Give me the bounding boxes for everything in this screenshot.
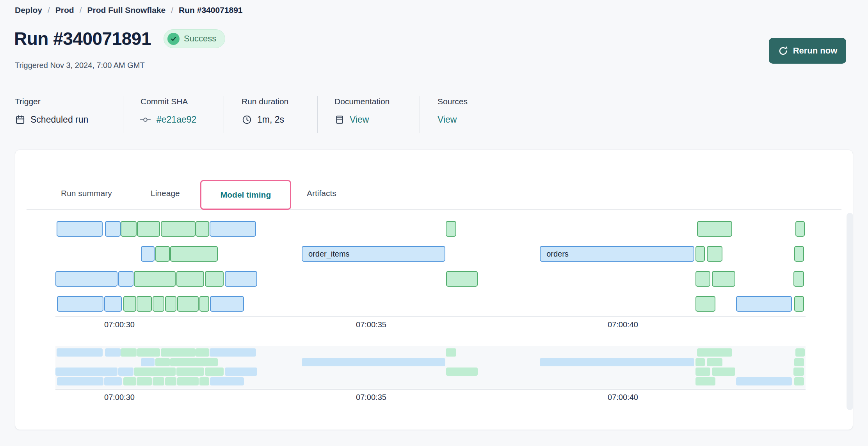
- gantt-bar[interactable]: [165, 296, 176, 312]
- gantt-bar[interactable]: [177, 296, 198, 312]
- gantt-bar[interactable]: [153, 296, 164, 312]
- minimap-bar: [57, 377, 103, 385]
- breadcrumb-separator: /: [171, 5, 173, 15]
- gantt-bar[interactable]: [118, 271, 133, 287]
- status-badge: Success: [164, 29, 225, 48]
- breadcrumb-job[interactable]: Prod Full Snowflake: [87, 5, 166, 15]
- minimap-bar: [794, 358, 804, 366]
- minimap-bar: [118, 368, 133, 376]
- gantt-bar[interactable]: [794, 296, 804, 312]
- tab-artifacts[interactable]: Artifacts: [307, 189, 336, 198]
- gantt-bar[interactable]: [196, 221, 209, 237]
- gantt-bar[interactable]: [446, 221, 456, 237]
- minimap-bar: [141, 358, 155, 366]
- minimap-bar: [794, 377, 804, 385]
- time-axis-label: 07:00:40: [608, 320, 638, 329]
- minimap-bar: [736, 377, 792, 385]
- refresh-icon: [778, 46, 788, 56]
- minimap-bar: [210, 377, 244, 385]
- breadcrumb-deploy[interactable]: Deploy: [15, 5, 42, 15]
- minimap-bar: [707, 358, 722, 366]
- time-axis-label: 07:00:30: [104, 320, 135, 329]
- meta-value-trigger: Scheduled run: [15, 114, 88, 125]
- tabs-divider: [27, 209, 841, 210]
- documentation-view-link[interactable]: View: [350, 114, 369, 125]
- gantt-bar[interactable]: [695, 271, 711, 287]
- tab-run-summary[interactable]: Run summary: [61, 189, 112, 198]
- tab-lineage[interactable]: Lineage: [151, 189, 180, 198]
- page-header: Run #340071891 Success: [14, 28, 225, 49]
- minimap-bar: [121, 348, 137, 357]
- gantt-bar[interactable]: [134, 271, 176, 287]
- tab-model-timing[interactable]: Model timing: [200, 180, 291, 210]
- vertical-scrollbar[interactable]: [847, 213, 853, 410]
- time-axis-label: 07:00:40: [608, 393, 638, 402]
- minimap-bar: [165, 377, 176, 385]
- gantt-bar[interactable]: [199, 296, 209, 312]
- gantt-bar[interactable]: [707, 246, 722, 262]
- minimap-bar: [104, 377, 122, 385]
- minimap-bar: [712, 368, 735, 376]
- minimap-bar: [176, 368, 204, 376]
- gantt-bar[interactable]: [155, 246, 170, 262]
- gantt-bar-order_items[interactable]: order_items: [302, 246, 445, 262]
- page-title: Run #340071891: [14, 28, 151, 49]
- gantt-bar[interactable]: [210, 296, 244, 312]
- gantt-bar[interactable]: [712, 271, 735, 287]
- gantt-bar[interactable]: [695, 246, 705, 262]
- triggered-timestamp: Triggered Nov 3, 2024, 7:00 AM GMT: [15, 61, 145, 70]
- divider: [317, 96, 318, 133]
- minimap-bar: [177, 377, 198, 385]
- sources-view-link[interactable]: View: [438, 114, 457, 125]
- minimap-bar: [210, 348, 256, 357]
- gantt-bar[interactable]: [446, 271, 478, 287]
- minimap-bar: [155, 358, 170, 366]
- gantt-bar[interactable]: [141, 246, 155, 262]
- minimap-bar: [695, 358, 705, 366]
- gantt-bar[interactable]: [205, 271, 224, 287]
- gantt-bar[interactable]: [697, 221, 732, 237]
- success-check-icon: [167, 33, 180, 45]
- minimap-bar: [695, 377, 716, 385]
- minimap-bar: [205, 368, 224, 376]
- gantt-bar[interactable]: [121, 221, 137, 237]
- clock-icon: [242, 114, 252, 125]
- gantt-bar[interactable]: [57, 296, 103, 312]
- breadcrumb: Deploy / Prod / Prod Full Snowflake / Ru…: [15, 5, 243, 15]
- breadcrumb-separator: /: [48, 5, 50, 15]
- gantt-bar[interactable]: [176, 271, 204, 287]
- gantt-bar[interactable]: [161, 221, 196, 237]
- gantt-bar[interactable]: [793, 271, 804, 287]
- divider: [420, 96, 420, 133]
- gantt-bar-orders[interactable]: orders: [540, 246, 694, 262]
- gantt-bar[interactable]: [170, 246, 217, 262]
- gantt-bar[interactable]: [695, 296, 716, 312]
- rerun-now-button[interactable]: Rerun now: [769, 38, 846, 64]
- gantt-bar[interactable]: [225, 271, 258, 287]
- calendar-icon: [15, 114, 25, 125]
- gantt-bar[interactable]: [137, 296, 152, 312]
- gantt-bar[interactable]: [210, 221, 256, 237]
- gantt-bar[interactable]: [736, 296, 792, 312]
- time-axis-label: 07:00:35: [356, 393, 386, 402]
- breadcrumb-prod[interactable]: Prod: [55, 5, 74, 15]
- minimap-bar: [55, 368, 117, 376]
- gantt-bar[interactable]: [57, 221, 103, 237]
- gantt-bar[interactable]: [105, 221, 121, 237]
- meta-label-documentation: Documentation: [334, 97, 390, 106]
- gantt-bar[interactable]: [104, 296, 122, 312]
- minimap-bar: [57, 348, 103, 357]
- divider: [224, 96, 224, 133]
- gantt-bar[interactable]: [795, 221, 804, 237]
- commit-sha-link[interactable]: #e21ae92: [157, 114, 196, 125]
- gantt-bar-label: orders: [541, 250, 569, 259]
- meta-label-commit-sha: Commit SHA: [141, 97, 188, 106]
- meta-label-run-duration: Run duration: [242, 97, 288, 106]
- document-icon: [334, 114, 345, 125]
- minimap-bar: [153, 377, 164, 385]
- gantt-bar[interactable]: [794, 246, 804, 262]
- gantt-bar[interactable]: [123, 296, 136, 312]
- minimap-bar: [225, 368, 258, 376]
- gantt-bar[interactable]: [137, 221, 160, 237]
- gantt-bar[interactable]: [55, 271, 117, 287]
